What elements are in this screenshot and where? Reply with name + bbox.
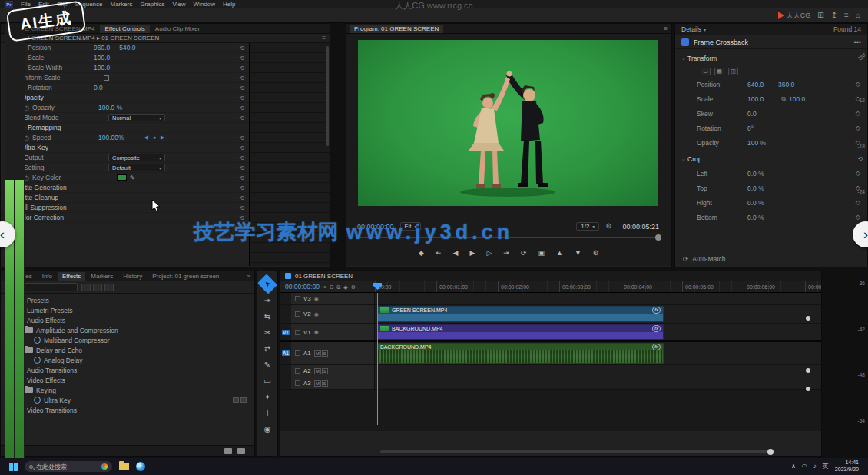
track-label[interactable]: A2 <box>303 367 311 374</box>
video-preview[interactable] <box>358 40 658 206</box>
property-value-2[interactable]: 100.0 <box>789 95 820 103</box>
reset-icon[interactable]: ⟲ <box>239 184 244 191</box>
menu-item[interactable]: Graphics <box>140 1 164 8</box>
property-dropdown[interactable]: Normal▾ <box>108 114 165 121</box>
track-lane[interactable]: BACKGROUND.MP4 fx <box>375 342 821 364</box>
keyframe-strip[interactable] <box>249 43 330 266</box>
tree-item[interactable]: Analog Delay <box>1 355 254 365</box>
property-value[interactable]: 100.0 % <box>98 104 122 111</box>
playhead-line[interactable] <box>377 293 378 425</box>
effect-row[interactable]: ⌄ fx ◷ Time Remapping ▾ ✎ ◀ ● ▶ ⟲ <box>1 123 249 133</box>
playback-resolution-dropdown[interactable]: 1/2▾ <box>576 222 599 231</box>
effect-row[interactable]: › fx ◷ Scale Width 100.0 ▾ ✎ ◀ ● ▶ ⟲ <box>1 63 249 73</box>
track-lane[interactable]: GREEN SCREEN.MP4 fx <box>375 305 821 323</box>
zoom-level-dropdown[interactable]: Fit▾ <box>400 222 422 231</box>
track-header[interactable]: A2 ◉ MS <box>291 365 375 377</box>
mute-solo-toggles[interactable]: MS <box>314 350 328 357</box>
mute-solo-toggles[interactable]: MS <box>314 380 328 387</box>
timeline-horizontal-scrollbar[interactable] <box>380 450 767 453</box>
property-row[interactable]: ▭ ▦ ◫ ⧉ ◇ ⟲ <box>675 65 867 77</box>
panel-bottom-action[interactable]: ⟳ Auto-Match <box>683 255 726 263</box>
reset-icon[interactable]: ⟲ <box>239 85 244 91</box>
workspace-menu-icon[interactable]: ≡ <box>844 12 849 19</box>
program-tab[interactable]: Program: 01 GREEN SCREEN <box>350 25 443 33</box>
effect-row[interactable]: ⌄ fx ◷ Ultra Key ▾ ✎ ◀ ● ▶ ⟲ <box>1 143 249 153</box>
property-value[interactable]: 0.0 <box>94 84 103 91</box>
tree-item[interactable]: Multiband Compressor <box>1 335 254 345</box>
timeline-clip[interactable]: BACKGROUND.MP4 fx <box>377 343 664 364</box>
property-value[interactable]: 100.0 <box>747 95 778 103</box>
tree-item[interactable]: ▾ Delay and Echo <box>1 345 254 355</box>
workspace-grid-icon[interactable]: ⊞ <box>817 12 823 19</box>
source-patch-cell[interactable]: V1 <box>280 324 291 340</box>
tab-overflow-icon[interactable]: » <box>247 273 254 280</box>
effect-row[interactable]: › fx ◷ Position 960.0 540.0 ▾ ✎ ◀ ● ▶ ⟲ <box>1 43 249 53</box>
loop-icon[interactable]: ⟳ <box>521 250 527 257</box>
track-label[interactable]: A1 <box>303 350 311 357</box>
source-patch-cell[interactable] <box>280 365 291 377</box>
rectangle-tool[interactable]: ▭ <box>260 374 275 387</box>
property-value[interactable]: 960.0 <box>94 44 110 51</box>
timeline-timecode[interactable]: 00:00:00:00 <box>285 283 320 291</box>
source-patch-cell[interactable]: A1 <box>280 342 291 364</box>
grid-badge-icon[interactable]: ▦ <box>714 68 724 75</box>
twirl-icon[interactable]: ⌄ <box>681 55 687 61</box>
source-patch-cell[interactable] <box>280 305 291 323</box>
reset-icon[interactable]: ⟲ <box>239 204 244 211</box>
effect-row[interactable]: › fx ◷ Opacity 100.0 % ▾ ✎ ◀ ● ▶ ⟲ <box>1 103 249 113</box>
go-to-in-icon[interactable]: ⇤ <box>436 250 442 257</box>
panel-tab[interactable]: Markers <box>86 272 118 281</box>
panel-tab[interactable]: Audio Clip Mixer <box>151 25 204 33</box>
chevron-down-icon[interactable]: ▾ <box>704 27 706 32</box>
track-label[interactable]: A3 <box>303 380 311 387</box>
start-button[interactable] <box>9 463 18 471</box>
property-value[interactable]: 0.0 % <box>747 170 778 178</box>
share-icon[interactable]: ↥ <box>831 12 837 19</box>
menu-item[interactable]: Help <box>223 1 235 8</box>
property-dropdown[interactable]: Composite▾ <box>108 154 165 161</box>
tree-item[interactable]: ▾ Amplitude and Compression <box>1 325 254 335</box>
effect-row[interactable]: › fx ◷ Spill Suppression ▾ ✎ ◀ ● ▶ ⟲ <box>1 203 249 213</box>
source-patch-cell[interactable] <box>280 293 291 304</box>
hand-tool[interactable]: ✦ <box>260 390 275 404</box>
track-header[interactable]: V1 ◉ MS <box>291 324 375 340</box>
browser-icon[interactable] <box>136 462 145 471</box>
reset-icon[interactable]: ⟲ <box>239 55 244 61</box>
linked-selection-icon[interactable]: ⧉ <box>336 284 340 290</box>
key-color-swatch[interactable] <box>117 174 127 181</box>
tree-item[interactable]: ▸ Video Transitions <box>1 405 254 415</box>
go-to-out-icon[interactable]: ⇥ <box>503 250 509 257</box>
tree-item[interactable]: ▾ Video Effects <box>1 375 254 385</box>
track-lane[interactable]: fx <box>375 365 821 377</box>
property-row[interactable]: ▭ ▦ ◫ Left 0.0 % ⧉ ◇ ⟲ <box>675 166 867 181</box>
filter-accelerated-icon[interactable] <box>81 284 91 291</box>
monitor-scrub-bar[interactable] <box>357 234 659 241</box>
details-tab[interactable]: Details <box>681 25 701 33</box>
track-scroll-knob[interactable] <box>806 387 810 391</box>
tree-item[interactable]: ▾ Keying <box>1 385 254 395</box>
sequence-menu-icon[interactable]: ≡ <box>323 284 326 290</box>
tree-item[interactable]: ▾ Audio Effects <box>1 315 254 325</box>
property-value-2[interactable]: 360.0 <box>778 81 809 88</box>
taskbar-clock[interactable]: 14:41 2023/9/20 <box>835 460 859 473</box>
timeline-empty-area[interactable] <box>280 390 821 431</box>
reset-icon[interactable]: ⟲ <box>239 115 244 121</box>
track-select-forward-tool[interactable]: ⇥ <box>260 294 275 307</box>
effect-row[interactable]: fx ◷ Key Color ▾ ✎ ◀ ● ▶ ⟲ <box>1 173 249 183</box>
property-dropdown[interactable]: Default▾ <box>108 164 165 171</box>
track-lock-icon[interactable] <box>295 296 300 301</box>
panel-tab[interactable]: History <box>118 272 147 281</box>
source-patch-label[interactable]: V1 <box>282 330 290 335</box>
track-scroll-knob[interactable] <box>806 368 810 373</box>
property-value-2[interactable]: 540.0 <box>119 44 135 51</box>
effect-row[interactable]: fx ◷ Setting Default▾ ✎ ◀ ● ▶ ⟲ <box>1 163 249 173</box>
reset-icon[interactable]: ⟲ <box>239 135 244 141</box>
settings-wrench-icon[interactable]: ⚙ <box>605 223 611 230</box>
add-marker-icon[interactable]: ◆ <box>419 250 424 257</box>
reset-icon[interactable]: ⟲ <box>239 105 244 111</box>
panel-tab[interactable]: Project: 01 green screen <box>147 272 224 281</box>
stopwatch-icon[interactable]: ◷ <box>24 174 32 181</box>
track-lane[interactable]: fx <box>375 377 821 389</box>
effect-row[interactable]: › fx ◷ Scale 100.0 ▾ ✎ ◀ ● ▶ ⟲ <box>1 53 249 63</box>
tray-expand-icon[interactable]: ∧ <box>791 463 796 470</box>
